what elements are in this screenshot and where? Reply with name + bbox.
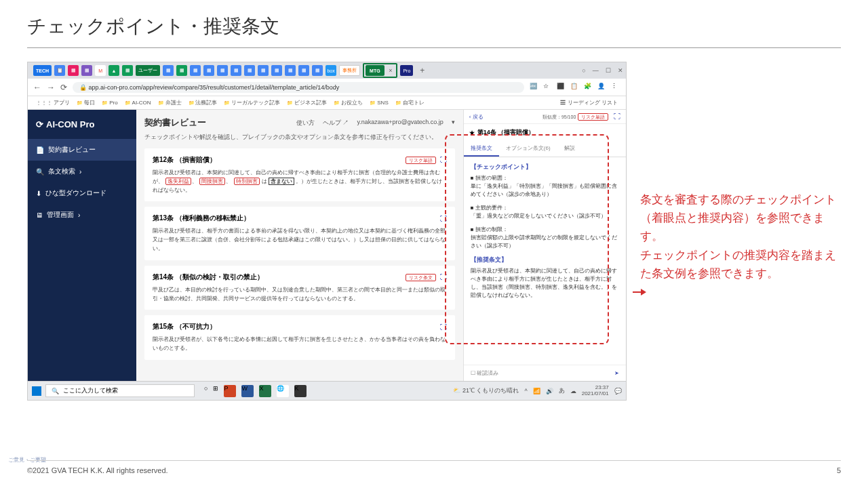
tab-tech[interactable]: TECH — [33, 65, 52, 76]
arrow-icon — [633, 291, 645, 293]
tab-icon[interactable]: ▦ — [176, 65, 187, 76]
taskbar-app-icon[interactable]: P — [224, 385, 236, 397]
notification-icon[interactable]: 💬 — [614, 388, 622, 394]
menu-icon[interactable]: ⋮ — [611, 83, 620, 92]
new-tab-button[interactable]: + — [416, 66, 429, 75]
apps-button[interactable]: ⋮⋮⋮ アプリ — [36, 99, 70, 106]
app-frame: ⟳ AI-CON Pro 📄契約書レビュー 🔍条文検索 › ⬇ひな型ダウンロード… — [28, 110, 626, 381]
help-link[interactable]: ヘルプ ↗ — [323, 119, 349, 127]
howto-link[interactable]: 使い方 — [296, 119, 315, 127]
expand-icon[interactable]: ⛶ — [440, 215, 447, 222]
tab-mtg[interactable]: MTG — [366, 65, 384, 76]
tab-icon[interactable]: ▲ — [108, 65, 119, 76]
tab-icon[interactable]: ▦ — [312, 65, 323, 76]
sidebar-item-search[interactable]: 🔍条文検索 › — [28, 161, 136, 182]
sidebar-item-review[interactable]: 📄契約書レビュー — [28, 139, 136, 161]
bookmark-folder[interactable]: 自宅トレ — [395, 99, 425, 106]
send-icon[interactable]: ➤ — [614, 370, 619, 376]
tab-user[interactable]: ユーザー — [136, 65, 160, 76]
star-icon[interactable]: ☆ — [543, 83, 553, 92]
taskview-icon[interactable]: ⊞ — [213, 385, 218, 397]
tab-icon[interactable]: ▦ — [81, 65, 92, 76]
tab-close-icon[interactable]: × — [386, 67, 395, 74]
tab-icon[interactable]: M — [95, 65, 106, 76]
translate-icon[interactable]: 🔤 — [530, 83, 539, 92]
tab-icon[interactable]: ▦ — [203, 65, 214, 76]
ext-icon[interactable]: ⬛ — [557, 83, 566, 92]
tab-icon[interactable]: ▦ — [68, 65, 79, 76]
tab-icon[interactable]: 📋 — [54, 65, 65, 76]
minimize-icon[interactable]: ○ — [582, 67, 585, 74]
checkpoint-title: 【チェックポイント】 — [471, 163, 619, 171]
back-button[interactable]: ← — [33, 83, 41, 92]
bookmark-folder[interactable]: 毎日 — [77, 99, 95, 106]
tab-icon[interactable]: ▦ — [231, 65, 241, 76]
bookmark-folder[interactable]: AI-CON — [125, 100, 151, 106]
ext-icon[interactable]: 📋 — [570, 83, 580, 92]
article-card[interactable]: 第14条 （類似の検討・取引の禁止） リスク条文⛶ 甲及び乙は、本目的の検討を行… — [144, 266, 455, 310]
taskview-icon[interactable]: ○ — [204, 385, 208, 397]
sidebar-item-download[interactable]: ⬇ひな型ダウンロード — [28, 182, 136, 204]
article-card[interactable]: 第15条 （不可抗力） ⛶ 開示者及び受領者が、以下各号に定める事情に起因して相… — [144, 315, 455, 360]
tab-icon[interactable]: ▦ — [258, 65, 269, 76]
user-email[interactable]: y.nakazawa+pro@gvatech.co.jp — [357, 119, 443, 127]
expand-icon[interactable]: ⛶ — [440, 156, 447, 163]
panel-tab-option[interactable]: オプション条文(6) — [499, 141, 557, 157]
taskbar-search[interactable]: 🔍 ここに入力して検索 — [45, 384, 195, 397]
taskbar-app-icon[interactable]: K — [294, 385, 307, 397]
bookmark-folder[interactable]: 弁護士 — [158, 99, 182, 106]
avatar-icon[interactable]: 👤 — [597, 83, 607, 92]
url-input[interactable]: 🔒 app.ai-con-pro.com/app/review/compare/… — [73, 82, 524, 93]
expand-icon[interactable]: ⛶ — [614, 113, 620, 120]
confirm-checkbox[interactable]: ☐ 確認済み — [471, 369, 498, 377]
weather-widget[interactable]: ⛅ 21℃ くもりのち晴れ — [453, 386, 519, 395]
tab-icon[interactable]: ▦ — [244, 65, 255, 76]
bookmark-folder[interactable]: SNS — [370, 100, 388, 106]
sidebar-item-admin[interactable]: 🖥管理画面 › — [28, 204, 136, 226]
tab-office[interactable]: 事務所 — [339, 65, 360, 76]
risk-badge: リスク条文 — [406, 274, 436, 281]
risk-badge: リスク単語 — [406, 157, 436, 164]
maximize-icon[interactable]: ☐ — [606, 67, 611, 74]
bookmark-folder[interactable]: Pro — [102, 100, 117, 106]
tray-icon[interactable]: ☁ — [570, 388, 576, 394]
tab-icon[interactable]: ▦ — [190, 65, 201, 76]
minimize-icon[interactable]: — — [593, 67, 599, 74]
tray-icon[interactable]: ^ — [524, 388, 527, 394]
tab-pro[interactable]: Pro — [400, 65, 413, 76]
article-card[interactable]: 第12条 （損害賠償） リスク単語⛶ 開示者及び受領者は、本契約に関連して、自己… — [144, 148, 455, 201]
ime-icon[interactable]: あ — [559, 386, 565, 395]
taskbar-app-icon[interactable]: 🌐 — [277, 385, 289, 397]
tab-icon[interactable]: box — [326, 65, 336, 76]
tab-icon[interactable]: ▦ — [217, 65, 228, 76]
panel-back-button[interactable]: ‹ 戻る — [469, 113, 484, 121]
article-card[interactable]: 第13条 （権利義務の移転禁止） ⛶ 開示者及び受領者は、相手方の書面による事前… — [144, 207, 455, 260]
tab-icon[interactable]: ▦ — [271, 65, 282, 76]
tab-icon[interactable]: ▦ — [298, 65, 309, 76]
puzzle-icon[interactable]: 🧩 — [584, 83, 593, 92]
start-button[interactable] — [32, 386, 41, 396]
bookmark-folder[interactable]: リーガルテック記事 — [224, 99, 280, 106]
tray-icon[interactable]: 🔊 — [546, 388, 553, 394]
bookmark-folder[interactable]: ビジネス記事 — [287, 99, 327, 106]
tab-icon[interactable]: ▦ — [285, 65, 296, 76]
reading-list[interactable]: ☰ リーディング リスト — [560, 99, 617, 106]
bookmark-folder[interactable]: 法務記事 — [189, 99, 218, 106]
bookmark-folder[interactable]: お役立ち — [334, 99, 363, 106]
article-body: 開示者及び受領者は、本契約に関連して、自己の責めに帰すべき事由により相手方に損害… — [153, 169, 447, 195]
clock[interactable]: 23:372021/07/01 — [582, 385, 609, 397]
address-bar: ← → ⟳ 🔒 app.ai-con-pro.com/app/review/co… — [28, 79, 626, 96]
forward-button[interactable]: → — [47, 83, 55, 92]
tab-icon[interactable]: ▦ — [163, 65, 174, 76]
expand-icon[interactable]: ⛶ — [440, 323, 447, 331]
reload-button[interactable]: ⟳ — [60, 83, 67, 92]
taskbar-app-icon[interactable]: W — [241, 385, 254, 397]
tray-icon[interactable]: 📶 — [533, 388, 540, 394]
tab-icon[interactable]: ▦ — [122, 65, 133, 76]
taskbar-app-icon[interactable]: X — [259, 385, 271, 397]
panel-tab-recommended[interactable]: 推奨条文 — [464, 141, 499, 157]
page-title: 契約書レビュー — [144, 117, 206, 129]
panel-tab-explanation[interactable]: 解説 — [557, 141, 582, 157]
close-icon[interactable]: ✕ — [618, 67, 623, 74]
expand-icon[interactable]: ⛶ — [440, 273, 447, 281]
